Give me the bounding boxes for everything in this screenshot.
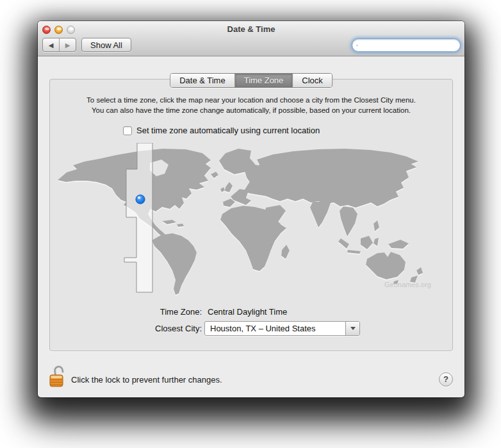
lock-hint-text: Click the lock to prevent further change… bbox=[71, 375, 222, 385]
instructions-line-1: To select a time zone, click the map nea… bbox=[50, 95, 452, 106]
show-all-button[interactable]: Show All bbox=[81, 38, 131, 52]
closest-city-value: Houston, TX – United States bbox=[205, 322, 345, 335]
forward-icon: ▶ bbox=[65, 42, 70, 49]
timezone-value: Central Daylight Time bbox=[208, 307, 287, 317]
preference-tabs: Date & Time Time Zone Clock bbox=[170, 73, 333, 88]
instructions-text: To select a time zone, click the map nea… bbox=[50, 95, 452, 115]
closest-city-row: Closest City: Houston, TX – United State… bbox=[50, 321, 452, 336]
timezone-label: Time Zone: bbox=[50, 307, 202, 317]
auto-timezone-row: Set time zone automatically using curren… bbox=[123, 126, 320, 135]
closest-city-dropdown-button[interactable] bbox=[345, 322, 359, 335]
nav-segmented-control: ◀ ▶ bbox=[42, 38, 76, 52]
question-mark-icon: ? bbox=[443, 374, 448, 384]
location-pin[interactable] bbox=[136, 195, 145, 204]
window-title: Date & Time bbox=[38, 24, 464, 34]
tab-clock[interactable]: Clock bbox=[292, 74, 332, 87]
time-zone-panel: To select a time zone, click the map nea… bbox=[49, 79, 453, 351]
lock-button[interactable] bbox=[49, 365, 67, 392]
back-icon: ◀ bbox=[49, 42, 54, 49]
help-button[interactable]: ? bbox=[439, 372, 453, 386]
titlebar: Date & Time ◀ ▶ Show All bbox=[38, 21, 464, 56]
search-input[interactable] bbox=[358, 40, 460, 51]
map-attribution: Geonames.org bbox=[384, 281, 431, 288]
tab-date-time[interactable]: Date & Time bbox=[170, 74, 234, 87]
chevron-down-icon bbox=[350, 327, 356, 330]
tab-time-zone[interactable]: Time Zone bbox=[234, 74, 293, 87]
timezone-row: Time Zone: Central Daylight Time bbox=[50, 307, 452, 318]
closest-city-combobox[interactable]: Houston, TX – United States bbox=[204, 321, 360, 336]
unlocked-padlock-icon bbox=[50, 366, 63, 386]
show-all-label: Show All bbox=[90, 40, 122, 50]
search-field[interactable] bbox=[352, 38, 461, 52]
forward-button[interactable]: ▶ bbox=[59, 38, 76, 51]
auto-timezone-label: Set time zone automatically using curren… bbox=[136, 126, 320, 135]
back-button[interactable]: ◀ bbox=[43, 38, 59, 51]
world-map[interactable]: Geonames.org bbox=[55, 143, 447, 297]
closest-city-label: Closest City: bbox=[50, 321, 202, 336]
instructions-line-2: You can also have the time zone change a… bbox=[50, 106, 452, 116]
auto-timezone-checkbox[interactable] bbox=[123, 126, 132, 135]
date-time-preferences-window: Date & Time ◀ ▶ Show All Date & Time Tim… bbox=[38, 21, 464, 397]
